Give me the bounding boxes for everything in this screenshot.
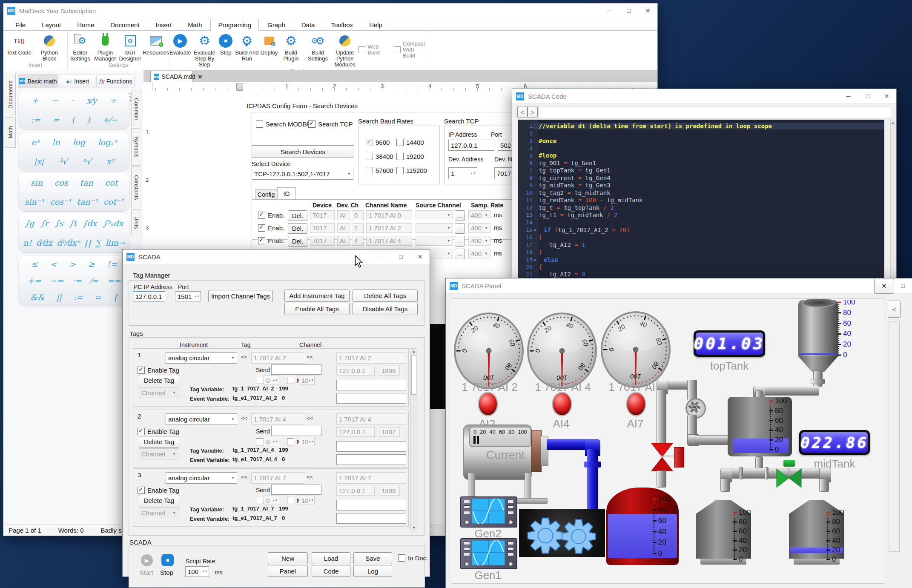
checkbox-box[interactable] bbox=[256, 120, 263, 128]
checkbox-box[interactable] bbox=[258, 237, 265, 244]
checkbox-box[interactable] bbox=[287, 438, 294, 445]
scope-button[interactable] bbox=[464, 553, 470, 556]
io-more-button[interactable]: ... bbox=[455, 210, 465, 221]
script-rate-spinner[interactable]: 100 bbox=[185, 566, 209, 577]
instrument-dropdown[interactable]: analog circular bbox=[166, 413, 237, 425]
math-symbol-button[interactable]: ≥ bbox=[88, 259, 95, 269]
instrument-dropdown[interactable]: analog circular bbox=[166, 352, 237, 364]
io-more-button[interactable]: ... bbox=[455, 223, 465, 234]
baud-38400-checkbox[interactable]: 38400 bbox=[366, 153, 393, 160]
checkbox-box[interactable] bbox=[396, 139, 404, 146]
tab-config[interactable]: Config bbox=[255, 189, 277, 200]
math-symbol-button[interactable]: |x| bbox=[34, 157, 44, 166]
math-symbol-button[interactable]: log bbox=[72, 138, 85, 147]
ribbon-tab-layout[interactable]: Layout bbox=[34, 19, 69, 31]
scope-button[interactable] bbox=[508, 511, 514, 514]
ribbon-checkbox-compact-web-build[interactable]: Compact Web Build bbox=[394, 41, 425, 59]
aux-field-1[interactable] bbox=[336, 441, 406, 452]
search-tcp-checkbox[interactable]: Search TCP bbox=[308, 120, 353, 128]
math-symbol-button[interactable]: lim→ bbox=[106, 238, 125, 247]
io-del-button[interactable]: Del. bbox=[288, 236, 307, 247]
ribbon-item-stop[interactable]: ■Stop bbox=[218, 33, 233, 56]
ribbon-tab-file[interactable]: File bbox=[8, 19, 33, 31]
maximize-button[interactable]: □ bbox=[391, 250, 410, 264]
sidebar-vtab-documents[interactable]: Documents bbox=[5, 73, 16, 116]
checkbox-box[interactable] bbox=[256, 497, 263, 504]
sidebar-tab-basic-math[interactable]: MDBasic math bbox=[18, 74, 58, 88]
add-instrument-tag-button[interactable]: Add Instrument Tag bbox=[284, 290, 350, 302]
math-symbol-button[interactable]: < bbox=[50, 259, 57, 269]
close-button[interactable]: ✕ bbox=[874, 279, 894, 294]
fold-icon[interactable]: ◢ bbox=[533, 258, 538, 261]
math-symbol-button[interactable]: ∑ bbox=[95, 238, 101, 247]
ribbon-item-build-plugin[interactable]: ⚙Build Plugin bbox=[278, 33, 304, 62]
io-del-button[interactable]: Del. bbox=[288, 210, 307, 221]
io-more-button[interactable]: ... bbox=[455, 236, 465, 247]
delete-tag-button[interactable]: Delete Tag bbox=[139, 495, 179, 506]
checkbox-box[interactable] bbox=[258, 212, 265, 219]
checkbox-box[interactable] bbox=[366, 167, 373, 174]
button-save[interactable]: Save bbox=[353, 552, 392, 564]
math-symbol-button[interactable]: cot⁻¹ bbox=[103, 197, 123, 207]
ip-address-field[interactable]: 127.0.0.1 bbox=[448, 140, 494, 151]
math-symbol-button[interactable]: − bbox=[51, 96, 58, 105]
pc-ip-field[interactable]: 127.0.0.1 bbox=[133, 291, 165, 301]
math-symbol-button[interactable]: > bbox=[69, 259, 76, 269]
fold-icon[interactable]: ◢ bbox=[533, 228, 538, 232]
ribbon-item-plugin-manager[interactable]: Plugin Manager bbox=[93, 33, 118, 62]
ribbon-item-evaluate-step-by-step[interactable]: ⚙▶Evaluate Step By Step bbox=[191, 33, 218, 68]
ribbon-item-update-python-modules[interactable]: Update Python Modules bbox=[331, 33, 358, 68]
io-rate-dropdown[interactable]: 400 bbox=[468, 210, 490, 220]
math-symbol-button[interactable]: += bbox=[28, 276, 41, 285]
baud-14400-checkbox[interactable]: 14400 bbox=[396, 139, 424, 146]
dev-address-spinner[interactable]: 1 bbox=[448, 167, 477, 179]
ribbon-tab-data[interactable]: Data bbox=[294, 19, 323, 31]
math-symbol-button[interactable]: ( bbox=[72, 115, 75, 124]
math-symbol-button[interactable]: cos⁻¹ bbox=[50, 197, 71, 207]
math-symbol-button[interactable]: := bbox=[31, 115, 40, 124]
panel-side-track[interactable] bbox=[889, 321, 900, 552]
checkbox-box[interactable] bbox=[287, 497, 294, 504]
baud-9600-checkbox[interactable]: 9600 bbox=[366, 139, 390, 146]
math-symbol-button[interactable]: −= bbox=[50, 276, 63, 285]
math-symbol-button[interactable]: = bbox=[95, 293, 101, 302]
math-symbol-button[interactable]: := bbox=[73, 293, 83, 302]
checkbox-box[interactable] bbox=[396, 153, 404, 160]
math-symbol-button[interactable]: ∏ bbox=[84, 238, 91, 247]
checkbox-box[interactable] bbox=[256, 377, 263, 384]
math-symbol-button[interactable]: ∫s bbox=[54, 218, 63, 228]
nav-back-button[interactable]: < bbox=[517, 106, 528, 118]
math-symbol-button[interactable]: logₐˣ bbox=[98, 138, 117, 147]
baud-57600-checkbox[interactable]: 57600 bbox=[366, 167, 393, 174]
math-symbol-button[interactable]: tan⁻¹ bbox=[77, 197, 98, 207]
minimize-button[interactable]: ─ bbox=[839, 89, 858, 103]
math-symbol-button[interactable]: ⁿ√ bbox=[83, 157, 91, 166]
button-load[interactable]: Load bbox=[312, 552, 350, 564]
stop-icon[interactable]: ■ bbox=[161, 554, 174, 566]
ribbon-tab-graph[interactable]: Graph bbox=[260, 19, 293, 31]
enable-tag-checkbox[interactable]: Enable Tag bbox=[138, 487, 179, 494]
ribbon-tab-toolbox[interactable]: Toolbox bbox=[323, 19, 361, 31]
io-source-dropdown[interactable] bbox=[416, 223, 453, 233]
select-device-dropdown[interactable]: TCP-127.0.0.1:502,1-7017 bbox=[252, 168, 353, 180]
disable-all-tags-button[interactable]: Disable All Tags bbox=[353, 303, 418, 315]
send-to-field[interactable] bbox=[271, 485, 321, 495]
math-symbol-button[interactable]: ∫ᵇₐdx bbox=[103, 218, 123, 228]
maximize-button[interactable]: □ bbox=[858, 89, 877, 103]
math-symbol-button[interactable]: sin bbox=[31, 178, 43, 187]
checkbox-box[interactable] bbox=[308, 120, 315, 128]
math-symbol-button[interactable]: ∫t bbox=[69, 218, 77, 228]
checkbox-box[interactable] bbox=[287, 377, 294, 384]
math-symbol-button[interactable]: tan bbox=[80, 178, 93, 187]
start-icon[interactable]: ▶ bbox=[141, 554, 153, 566]
sidebar-tab-insert[interactable]: ▲●Insert bbox=[59, 74, 95, 88]
math-symbol-button[interactable]: ln bbox=[52, 138, 60, 147]
panel-collapse-button[interactable]: < bbox=[888, 301, 901, 318]
io-source-dropdown[interactable] bbox=[416, 210, 453, 220]
minimize-button[interactable]: ─ bbox=[600, 4, 619, 18]
io-rate-dropdown[interactable]: 400 bbox=[468, 249, 490, 258]
math-symbol-button[interactable]: ∫r bbox=[40, 218, 49, 228]
ribbon-checkbox-web-build[interactable]: Web Build bbox=[358, 44, 390, 56]
math-symbol-button[interactable]: d⁄dx bbox=[36, 238, 52, 247]
search-devices-button[interactable]: Search Devices bbox=[252, 145, 354, 158]
